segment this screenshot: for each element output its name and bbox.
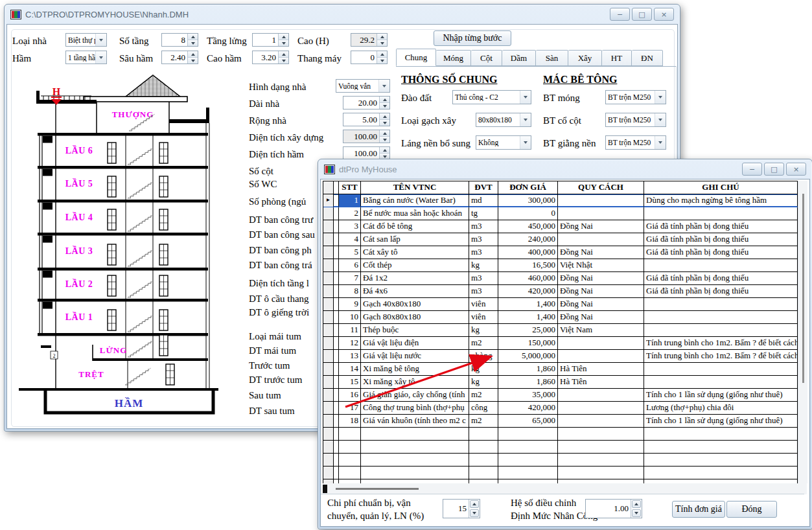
close-dialog-button[interactable]: Đóng	[726, 501, 777, 518]
cell-quy-cach[interactable]: Đồng Nai	[558, 272, 644, 284]
down-arrow-icon[interactable]	[470, 509, 479, 517]
cell-stt[interactable]: 15	[339, 376, 361, 388]
down-arrow-icon[interactable]	[279, 40, 288, 46]
up-arrow-icon[interactable]	[188, 51, 198, 58]
cell-ten-vtnc[interactable]: Thép buộc	[361, 324, 469, 336]
chevron-down-icon[interactable]	[520, 91, 531, 104]
down-arrow-icon[interactable]	[279, 58, 288, 63]
lang-nen-bo-sung-combo[interactable]: Không	[476, 135, 531, 150]
cell-stt[interactable]: 9	[339, 298, 361, 310]
cell-ten-vtnc[interactable]: Giá vật liệu nước	[361, 350, 469, 362]
cell-don-gia[interactable]: 25,000	[498, 324, 558, 336]
cell-ten-vtnc[interactable]: Xi măng xây tô	[361, 376, 469, 388]
chevron-down-icon[interactable]	[520, 113, 531, 126]
cell-dvt[interactable]	[469, 454, 498, 466]
hinh-dang-nha-combo[interactable]: Vuông vắn	[336, 79, 390, 93]
vertical-scrollbar[interactable]	[798, 181, 807, 483]
up-arrow-icon[interactable]	[377, 34, 387, 40]
cell-stt[interactable]: 7	[339, 272, 361, 284]
bt-co-cot-combo[interactable]: BT trộn M250	[605, 113, 666, 127]
spinner-buttons[interactable]	[278, 34, 288, 46]
cell-don-gia[interactable]: 1,860	[498, 376, 558, 388]
cell-ghi-chu[interactable]	[644, 259, 798, 271]
cell-quy-cach[interactable]	[558, 454, 644, 466]
cell-quy-cach[interactable]	[558, 467, 644, 479]
cell-dvt[interactable]: m3	[469, 272, 498, 284]
cell-ghi-chu[interactable]: Tính trung bình cho 1m2. Bấm ? để biết c…	[644, 337, 798, 349]
cao-ham-spinner[interactable]: 3.20	[252, 51, 289, 64]
dai-nha-spinner[interactable]: 20.00	[343, 96, 390, 109]
bt-giang-nen-combo[interactable]: BT trộn M250	[605, 135, 666, 150]
cell-don-gia[interactable]: 240,000	[498, 233, 558, 246]
tab-6[interactable]: Xây	[568, 50, 602, 66]
tab-3[interactable]: Cột	[471, 50, 502, 66]
cell-quy-cach[interactable]: Đồng Nai	[558, 220, 644, 233]
chevron-down-icon[interactable]	[95, 51, 106, 63]
cell-quy-cach[interactable]	[558, 194, 644, 207]
cell-stt[interactable]: 14	[339, 363, 361, 375]
cell-stt[interactable]: 6	[339, 259, 361, 271]
dien-tich-xay-dung-spinner[interactable]: 100.00	[343, 130, 390, 143]
cell-don-gia[interactable]: 420,000	[498, 402, 558, 414]
table-row-empty[interactable]	[323, 454, 798, 467]
cell-ghi-chu[interactable]	[644, 311, 798, 323]
chevron-down-icon[interactable]	[520, 136, 531, 149]
up-arrow-icon[interactable]	[380, 130, 389, 137]
cell-ghi-chu[interactable]	[644, 454, 798, 466]
cell-dvt[interactable]: m2	[469, 337, 498, 349]
cell-quy-cach[interactable]: Đồng Nai	[558, 246, 644, 259]
cell-stt[interactable]: 1	[339, 194, 361, 207]
cell-ten-vtnc[interactable]: Bể nước mua sẵn hoặc khoán	[361, 207, 469, 220]
col-header-dvt[interactable]: ĐVT	[469, 181, 498, 194]
chevron-down-icon[interactable]	[378, 80, 389, 92]
chevron-down-icon[interactable]	[655, 113, 666, 126]
cell-dvt[interactable]: kg	[469, 259, 498, 271]
cell-don-gia[interactable]: 460,000	[498, 272, 558, 284]
cell-quy-cach[interactable]	[558, 337, 644, 349]
table-row-empty[interactable]	[323, 467, 798, 479]
cell-dvt[interactable]: phòng	[469, 350, 498, 362]
table-row-3[interactable]: 3Cát đổ bê tôngm3450,000Đồng NaiGiá đã t…	[323, 220, 798, 233]
cell-don-gia[interactable]	[498, 428, 558, 440]
chevron-down-icon[interactable]	[95, 34, 106, 46]
table-row-18[interactable]: 18Giá ván khuôn (tính theo m2 cm265,000T…	[323, 415, 798, 428]
tang-lung-spinner[interactable]: 1	[252, 33, 289, 47]
cell-don-gia[interactable]: 5,000,000	[498, 350, 558, 362]
cell-don-gia[interactable]	[498, 441, 558, 453]
so-tang-spinner[interactable]: 8	[161, 33, 198, 47]
spinner-buttons[interactable]	[469, 500, 480, 518]
cell-dvt[interactable]: m3	[469, 285, 498, 297]
table-row-1[interactable]: ►1Băng cản nước (Water Bar)md300,000Dùng…	[323, 194, 798, 207]
cell-stt[interactable]: 17	[339, 402, 361, 414]
cell-ten-vtnc[interactable]: Xi măng bê tông	[361, 363, 469, 375]
cell-stt[interactable]: 8	[339, 285, 361, 297]
down-arrow-icon[interactable]	[188, 58, 198, 63]
cell-ghi-chu[interactable]	[644, 376, 798, 388]
tab-7[interactable]: HT	[602, 50, 632, 66]
cell-ten-vtnc[interactable]: Cát xây tô	[361, 246, 469, 259]
cell-quy-cach[interactable]	[558, 428, 644, 440]
down-arrow-icon[interactable]	[188, 40, 198, 46]
table-row-16[interactable]: 16Giá giàn giáo, cây chống (tínhm235,000…	[323, 389, 798, 402]
table-row-5[interactable]: 5Cát xây tôm3400,000Đồng NaiGiá đã tính …	[323, 246, 798, 259]
table-row-12[interactable]: 12Giá vật liệu điệnm2150,000Tính trung b…	[323, 337, 798, 350]
cao-h-spinner[interactable]: 29.2	[351, 33, 388, 47]
loai-gach-xay-combo[interactable]: 80x80x180	[476, 113, 531, 127]
table-row-empty[interactable]	[323, 428, 798, 441]
cell-ghi-chu[interactable]	[644, 207, 798, 220]
cell-ten-vtnc[interactable]: Cốt thép	[361, 259, 469, 271]
cell-quy-cach[interactable]: Đồng Nai	[558, 311, 644, 323]
cell-ten-vtnc[interactable]: Công thợ trung bình (thợ+phụ	[361, 402, 469, 414]
cell-ghi-chu[interactable]: Tính trung bình cho 1m2. Bấm ? để biết c…	[644, 350, 798, 362]
down-arrow-icon[interactable]	[377, 40, 387, 46]
cell-stt[interactable]: 4	[339, 233, 361, 246]
chevron-down-icon[interactable]	[655, 136, 666, 149]
cell-quy-cach[interactable]	[558, 207, 644, 220]
cell-don-gia[interactable]	[498, 467, 558, 479]
cell-dvt[interactable]	[469, 441, 498, 453]
cell-dvt[interactable]: kg	[469, 376, 498, 388]
table-row-6[interactable]: 6Cốt thépkg16,500Việt Nhật	[323, 259, 798, 272]
down-arrow-icon[interactable]	[377, 58, 387, 63]
ham-combo[interactable]: 1 tầng hầm	[65, 51, 107, 64]
cell-dvt[interactable]: viên	[469, 298, 498, 310]
